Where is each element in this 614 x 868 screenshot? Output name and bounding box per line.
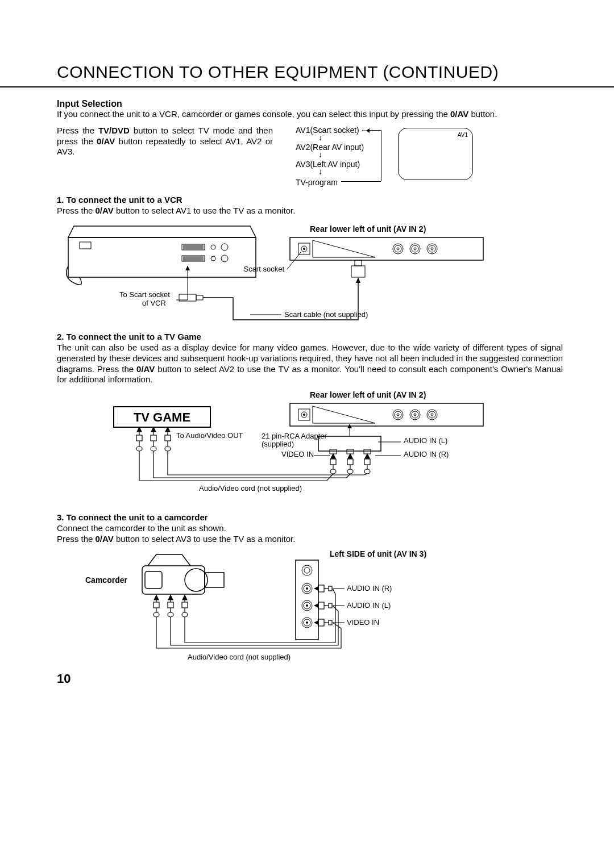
svg-point-30	[395, 245, 401, 252]
game-body: The unit can also be used as a display d…	[57, 343, 563, 385]
game-bold: 0/AV	[136, 364, 155, 374]
vcr-to-scart: To Scart socket	[119, 290, 170, 299]
svg-rect-23	[355, 260, 362, 266]
svg-point-36	[429, 245, 435, 252]
svg-rect-91	[330, 459, 336, 465]
svg-marker-90	[331, 454, 335, 458]
cycle-av1: AV1(Scart socket)	[296, 126, 368, 135]
intro-post: button.	[468, 109, 497, 119]
tv-dvd-instruction: Press the TV/DVD button to select TV mod…	[57, 126, 273, 157]
page-number: 10	[57, 671, 70, 686]
svg-rect-122	[182, 602, 188, 608]
svg-marker-0	[68, 226, 256, 237]
svg-marker-111	[154, 595, 159, 600]
svg-rect-96	[347, 459, 353, 465]
cycle-av2: AV2(Rear AV input)	[296, 143, 364, 152]
svg-point-33	[412, 245, 418, 252]
svg-rect-106	[142, 566, 205, 594]
cam-diagram: Camcorder Left SIDE of unit (AV IN 3)	[57, 549, 563, 662]
svg-point-51	[397, 414, 399, 416]
svg-rect-20	[196, 295, 203, 300]
svg-rect-140	[329, 586, 332, 591]
cycle-tv: TV-program	[296, 178, 338, 187]
svg-rect-65	[151, 435, 156, 441]
svg-point-98	[347, 469, 353, 474]
svg-point-93	[330, 469, 336, 474]
svg-text:Left SIDE of unit (AV IN 3): Left SIDE of unit (AV IN 3)	[330, 549, 426, 558]
svg-text:(supplied): (supplied)	[262, 440, 294, 448]
svg-marker-121	[182, 595, 187, 600]
svg-rect-144	[318, 619, 324, 626]
svg-point-53	[412, 411, 418, 418]
svg-point-8	[211, 245, 215, 249]
svg-point-48	[303, 414, 305, 416]
cam-line1: Connect the camcorder to the unit as sho…	[57, 523, 563, 534]
svg-text:Audio/Video cord (not supplied: Audio/Video cord (not supplied)	[199, 484, 302, 493]
vcr-heading: 1. To connect the unit to a VCR	[57, 195, 563, 206]
cycle-av1-text: AV1(Scart socket)	[296, 126, 359, 135]
press-pre: Press the	[57, 126, 98, 135]
svg-point-57	[431, 414, 433, 416]
svg-rect-60	[136, 435, 142, 441]
svg-marker-147	[314, 586, 318, 591]
svg-text:of VCR: of VCR	[142, 299, 166, 307]
svg-text:Rear lower left of unit (AV IN: Rear lower left of unit (AV IN 2)	[310, 224, 426, 233]
svg-text:Scart socket: Scart socket	[243, 265, 284, 273]
av-cycle-diagram: AV1(Scart socket) AV2(Rear AV input) AV3…	[284, 126, 512, 182]
svg-point-15	[211, 256, 215, 261]
svg-rect-117	[168, 602, 173, 608]
svg-marker-18	[185, 266, 190, 270]
intro-bold: 0/AV	[450, 109, 468, 119]
svg-rect-138	[318, 585, 324, 592]
svg-marker-100	[365, 454, 370, 458]
svg-marker-69	[165, 427, 170, 432]
svg-marker-64	[151, 427, 156, 432]
svg-rect-101	[364, 459, 370, 465]
title-divider	[0, 86, 614, 87]
svg-rect-143	[329, 603, 332, 608]
tv-screen-icon: AV1	[398, 128, 473, 180]
svg-point-72	[165, 446, 171, 451]
svg-point-54	[414, 414, 416, 416]
svg-marker-148	[314, 603, 318, 608]
svg-point-37	[431, 248, 433, 250]
svg-text:AUDIO IN (R): AUDIO IN (R)	[404, 450, 449, 458]
svg-marker-59	[137, 427, 142, 432]
arrow-down-icon	[318, 151, 322, 158]
input-selection-heading: Input Selection	[57, 99, 563, 109]
svg-point-128	[304, 567, 310, 573]
svg-rect-141	[318, 602, 324, 609]
cam-pre: Press the	[57, 534, 96, 544]
svg-marker-116	[168, 595, 173, 600]
svg-text:AUDIO IN (L): AUDIO IN (L)	[404, 436, 447, 445]
svg-text:VIDEO IN: VIDEO IN	[281, 450, 314, 458]
svg-rect-22	[351, 266, 365, 277]
tv-screen-label: AV1	[458, 132, 468, 138]
intro-pre: If you connect the unit to a VCR, camcor…	[57, 109, 450, 119]
svg-point-119	[168, 612, 173, 617]
svg-point-103	[364, 469, 370, 474]
svg-text:Rear lower left of unit (AV IN: Rear lower left of unit (AV IN 2)	[310, 390, 426, 399]
svg-text:21 pin-RCA Adapter: 21 pin-RCA Adapter	[262, 432, 327, 440]
svg-text:TV GAME: TV GAME	[134, 410, 190, 424]
svg-rect-74	[318, 436, 381, 451]
svg-point-16	[221, 255, 228, 262]
svg-point-131	[306, 587, 308, 590]
svg-point-114	[154, 612, 159, 617]
svg-point-31	[397, 248, 399, 250]
cam-post: button to select AV3 to use the TV as a …	[114, 534, 296, 544]
svg-point-28	[303, 248, 305, 250]
cam-bold: 0/AV	[96, 534, 114, 544]
svg-rect-2	[80, 242, 91, 249]
svg-point-127	[302, 565, 312, 575]
arrow-down-icon	[318, 133, 322, 141]
svg-point-56	[429, 411, 435, 418]
page-title: CONNECTION TO OTHER EQUIPMENT (CONTINUED…	[57, 62, 563, 82]
svg-point-124	[182, 612, 188, 617]
cam-heading: 3. To connect the unit to a camcorder	[57, 512, 563, 523]
arrow-down-icon	[318, 168, 322, 176]
vcr-diagram: To Scart socket of VCR Rear lower left o…	[57, 220, 563, 323]
svg-marker-21	[356, 277, 360, 283]
input-selection-intro: If you connect the unit to a VCR, camcor…	[57, 109, 563, 120]
tv-dvd-bold: TV/DVD	[98, 126, 130, 135]
